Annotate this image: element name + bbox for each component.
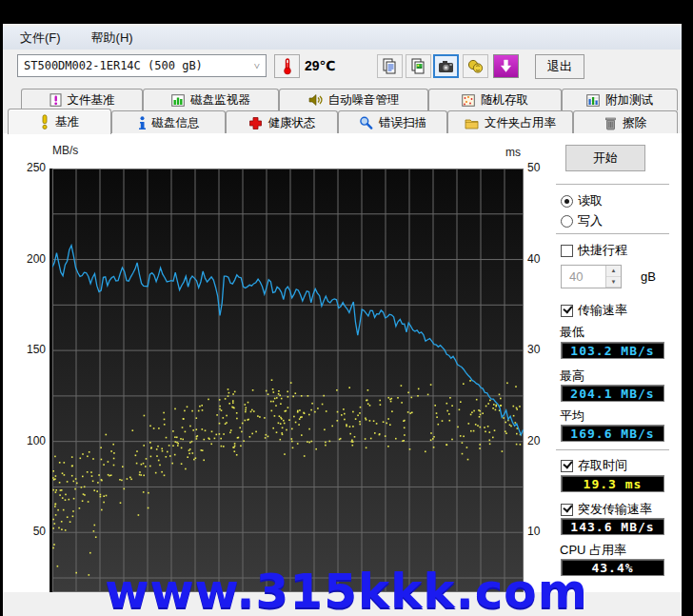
tab-extra-tests[interactable]: 附加测试 xyxy=(562,89,678,110)
register-button[interactable] xyxy=(463,54,488,78)
screenshot-stage: 文件(F) 帮助(H) ST500DM002-1ER14C (500 gB) ˅… xyxy=(0,0,693,616)
drive-select-value: ST500DM002-1ER14C (500 gB) xyxy=(24,59,203,72)
exit-button[interactable]: 退出 xyxy=(535,54,584,79)
thermometer-icon xyxy=(281,58,294,75)
tab-label: 磁盘监视器 xyxy=(190,92,250,109)
min-label: 最低 xyxy=(560,324,584,341)
short-stroke-box[interactable] xyxy=(561,245,573,257)
trash-icon xyxy=(604,116,617,130)
random-access-icon xyxy=(462,94,475,107)
menu-help[interactable]: 帮助(H) xyxy=(88,28,137,49)
temperature-value: 29℃ xyxy=(305,58,336,73)
tab-disk-monitor[interactable]: 磁盘监视器 xyxy=(143,89,279,110)
separator xyxy=(556,233,669,234)
tab-label: 自动噪音管理 xyxy=(328,92,400,109)
radio-read-label: 读取 xyxy=(578,192,603,209)
tab-label: 擦除 xyxy=(623,115,646,131)
screenshot-button[interactable] xyxy=(433,54,459,78)
update-button[interactable] xyxy=(493,54,519,78)
file-benchmark-icon xyxy=(50,93,62,107)
info-icon xyxy=(138,116,147,130)
tab-erase[interactable]: 擦除 xyxy=(573,110,678,134)
left-tick: 100 xyxy=(17,434,46,447)
tab-file-benchmark[interactable]: 文件基准 xyxy=(21,89,143,110)
menu-file[interactable]: 文件(F) xyxy=(16,28,65,49)
transfer-rate-checkbox[interactable]: 传输速率 xyxy=(561,302,627,319)
right-tick: 20 xyxy=(527,434,550,447)
tab-health[interactable]: 健康状态 xyxy=(226,110,338,134)
copy-image-button[interactable] xyxy=(406,54,431,78)
access-time-checkbox[interactable]: 存取时间 xyxy=(561,457,627,474)
disk-monitor-icon xyxy=(171,94,185,107)
watermark: www.315kkk.com xyxy=(80,564,613,616)
tab-label: 基准 xyxy=(55,114,79,130)
stepper-arrows[interactable]: ▲ ▼ xyxy=(605,266,621,288)
tab-benchmark[interactable]: 基准 xyxy=(8,109,111,134)
burst-rate-checkbox[interactable]: 突发传输速率 xyxy=(561,501,652,518)
access-time-box[interactable] xyxy=(561,460,573,472)
right-axis-unit: ms xyxy=(505,146,521,159)
capacity-value[interactable]: 40 xyxy=(562,269,605,284)
burst-rate-value: 143.6 MB/s xyxy=(561,518,664,535)
max-value: 204.1 MB/s xyxy=(561,385,664,402)
left-axis-unit: MB/s xyxy=(52,144,78,157)
left-tick: 50 xyxy=(17,525,46,538)
left-tick: 200 xyxy=(17,252,46,266)
short-stroke-checkbox[interactable]: 快捷行程 xyxy=(561,242,627,259)
stepper-down-icon[interactable]: ▼ xyxy=(606,277,621,288)
radio-read[interactable]: 读取 xyxy=(561,192,603,209)
copy-text-button[interactable] xyxy=(377,54,403,78)
start-button[interactable]: 开始 xyxy=(565,145,645,171)
tab-disk-info[interactable]: 磁盘信息 xyxy=(111,110,226,134)
max-label: 最高 xyxy=(560,368,584,385)
exclamation-icon xyxy=(40,114,50,129)
avg-label: 平均 xyxy=(560,407,584,425)
start-label: 开始 xyxy=(593,149,618,167)
separator xyxy=(556,184,669,185)
benchmark-chart xyxy=(50,169,524,592)
radio-write-indicator[interactable] xyxy=(561,215,573,228)
separator xyxy=(556,449,669,450)
transfer-rate-box[interactable] xyxy=(561,305,573,317)
download-icon xyxy=(499,59,513,73)
short-stroke-label: 快捷行程 xyxy=(578,242,627,259)
radio-read-indicator[interactable] xyxy=(561,195,573,208)
tab-folder-usage[interactable]: 文件夹占用率 xyxy=(447,110,573,134)
min-value: 103.2 MB/s xyxy=(561,342,664,359)
speaker-icon xyxy=(308,93,323,107)
access-time-label: 存取时间 xyxy=(578,457,627,474)
avg-value: 169.6 MB/s xyxy=(561,425,664,442)
copy-text-icon xyxy=(382,58,398,74)
menu-bar: 文件(F) 帮助(H) xyxy=(3,27,682,50)
health-cross-icon xyxy=(248,116,263,130)
coins-icon xyxy=(467,58,484,74)
right-tick: 30 xyxy=(527,343,550,356)
tab-label: 随机存取 xyxy=(481,92,528,109)
chevron-down-icon: ˅ xyxy=(254,60,260,72)
left-tick: 150 xyxy=(17,343,46,356)
left-tick: 250 xyxy=(17,161,46,174)
extra-tests-icon xyxy=(586,94,600,107)
tab-label: 磁盘信息 xyxy=(152,115,200,131)
transfer-rate-label: 传输速率 xyxy=(578,302,627,319)
exit-label: 退出 xyxy=(547,58,572,75)
copy-image-icon xyxy=(410,58,426,74)
temperature-button[interactable] xyxy=(274,54,300,78)
drive-select[interactable]: ST500DM002-1ER14C (500 gB) ˅ xyxy=(17,54,267,77)
capacity-stepper[interactable]: 40 ▲ ▼ xyxy=(561,265,622,288)
right-tick: 10 xyxy=(527,525,550,538)
magnifier-icon xyxy=(359,116,373,130)
tab-random-access[interactable]: 随机存取 xyxy=(428,89,562,110)
stepper-up-icon[interactable]: ▲ xyxy=(606,266,621,277)
cpu-label: CPU 占用率 xyxy=(560,542,626,559)
tab-auto-acoustic[interactable]: 自动噪音管理 xyxy=(279,89,428,110)
folder-icon xyxy=(465,117,479,129)
tab-error-scan[interactable]: 错误扫描 xyxy=(338,110,447,134)
radio-write[interactable]: 写入 xyxy=(561,212,603,229)
chart-canvas xyxy=(52,169,524,592)
tab-label: 文件夹占用率 xyxy=(485,115,556,131)
camera-icon xyxy=(438,60,454,73)
right-tick: 40 xyxy=(527,252,550,266)
tab-label: 文件基准 xyxy=(68,92,115,109)
burst-rate-box[interactable] xyxy=(561,504,573,516)
